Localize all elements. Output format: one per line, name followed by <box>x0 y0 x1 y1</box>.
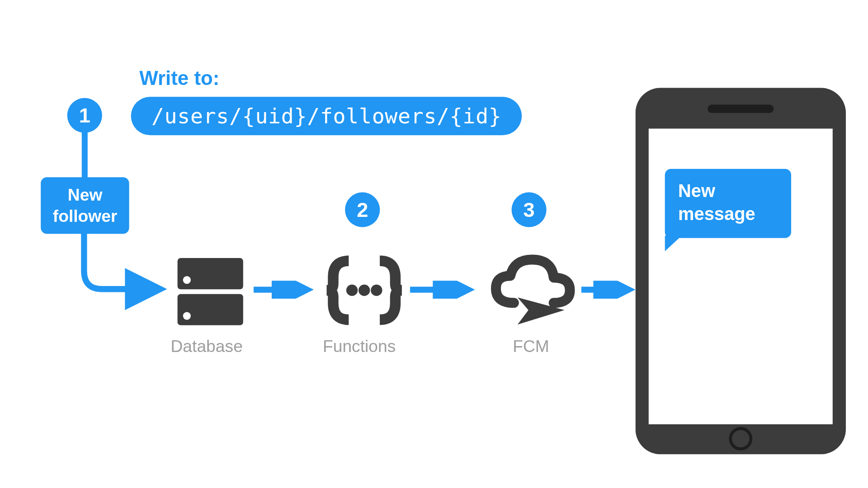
database-label: Database <box>170 337 242 357</box>
arrow-database-to-functions <box>254 281 320 299</box>
new-follower-line1: New <box>53 184 118 206</box>
phone-icon <box>636 88 846 454</box>
new-follower-box: New follower <box>41 177 129 234</box>
svg-rect-2 <box>178 258 243 289</box>
arrow-follower-to-database <box>78 229 175 313</box>
step-badge-2: 2 <box>345 192 380 227</box>
svg-point-5 <box>183 312 191 319</box>
svg-point-3 <box>183 276 191 284</box>
fcm-label: FCM <box>513 337 549 357</box>
svg-point-9 <box>359 285 370 296</box>
svg-point-10 <box>371 285 382 296</box>
new-follower-line2: follower <box>53 206 118 227</box>
fcm-icon <box>487 247 577 338</box>
connector-badge1-to-box <box>82 131 88 178</box>
new-message-bubble: New message <box>665 169 791 238</box>
db-path-pill: /users/{uid}/followers/{id} <box>131 97 522 135</box>
write-to-label: Write to: <box>139 67 219 90</box>
database-icon <box>171 252 250 330</box>
message-line1: New <box>678 180 778 202</box>
svg-rect-4 <box>178 294 243 325</box>
diagram-canvas: Write to: /users/{uid}/followers/{id} 1 … <box>1 0 867 487</box>
svg-point-8 <box>346 285 358 296</box>
svg-rect-17 <box>708 104 774 113</box>
message-line2: message <box>678 202 778 225</box>
step-badge-3: 3 <box>512 192 547 227</box>
arrow-fcm-to-phone <box>581 281 642 299</box>
functions-icon <box>323 249 405 331</box>
functions-label: Functions <box>323 337 396 357</box>
step-badge-1: 1 <box>67 98 102 133</box>
arrow-functions-to-fcm <box>410 281 482 299</box>
